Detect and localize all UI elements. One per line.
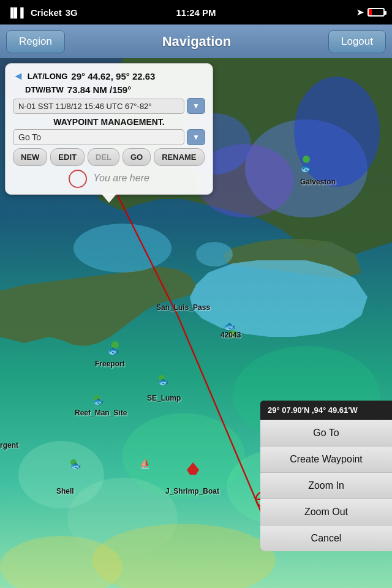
layer-row[interactable]: ▼ xyxy=(13,98,205,114)
fish-icon-se-lump: 🐟 xyxy=(158,377,168,386)
new-button[interactable]: NEW xyxy=(13,148,47,166)
status-left: ▐▌▌ Cricket 3G xyxy=(7,7,78,18)
header: Region Navigation Logout xyxy=(0,24,392,58)
action-buttons: NEW EDIT DEL GO RENAME xyxy=(13,148,205,166)
boat-icon-shrimp: ⛵ xyxy=(140,459,150,469)
signal-bars: ▐▌▌ xyxy=(7,7,27,18)
fish-icon-reef: 🐟 xyxy=(93,396,104,406)
context-zoom-in-button[interactable]: Zoom In xyxy=(260,473,392,499)
context-goto-button[interactable]: Go To xyxy=(260,420,392,447)
context-create-waypoint-button[interactable]: Create Waypoint xyxy=(260,447,392,473)
edit-button[interactable]: EDIT xyxy=(50,148,85,166)
status-right: ➤ xyxy=(356,7,385,17)
label-reef-man-site: Reef_Man_Site xyxy=(75,409,127,417)
rename-button[interactable]: RENAME xyxy=(154,148,204,166)
status-time: 11:24 PM xyxy=(176,7,216,18)
waypoint-panel: ◄ LAT/LONG 29° 44.62, 95° 22.63 DTW/BTW … xyxy=(5,63,213,195)
status-bar: ▐▌▌ Cricket 3G 11:24 PM ➤ xyxy=(0,0,392,24)
context-menu: 29° 07.90′N ,94° 49.61′W Go To Create Wa… xyxy=(260,401,392,551)
fish-icon-42043: 🐟 xyxy=(224,320,236,332)
fish-icon-shell: 🐟 xyxy=(70,461,81,470)
label-se-lump: SE_Lump xyxy=(147,394,181,402)
layer-dropdown-button[interactable]: ▼ xyxy=(187,98,205,114)
context-coordinates: 29° 07.90′N ,94° 49.61′W xyxy=(260,401,392,420)
fish-icon-galveston: 🐟 xyxy=(300,162,312,174)
waypoint-management-title: WAYPOINT MANAGEMENT. xyxy=(13,117,205,127)
label-42043: 42043 xyxy=(221,331,241,339)
lat-label: LAT/LONG xyxy=(28,72,67,81)
label-shell: Shell xyxy=(56,487,74,496)
lat-long-value: 29° 44.62, 95° 22.63 xyxy=(71,71,155,81)
dtw-value: 73.84 NM /159° xyxy=(67,85,131,95)
del-button[interactable]: DEL xyxy=(88,148,119,166)
label-san-luis-pass: San_Luis_Pass xyxy=(156,303,210,312)
goto-dropdown-button[interactable]: ▼ xyxy=(187,129,205,145)
coord-row: ◄ LAT/LONG 29° 44.62, 95° 22.63 xyxy=(13,70,205,83)
map-container[interactable]: ⊕ Galveston San_Luis_Pass 42043 Freeport… xyxy=(0,58,392,588)
label-urgent: rgent xyxy=(0,441,18,450)
panel-arrow xyxy=(102,194,116,203)
dtw-label: DTW/BTW xyxy=(25,85,64,94)
context-zoom-out-button[interactable]: Zoom Out xyxy=(260,499,392,526)
nav-arrow-icon: ◄ xyxy=(13,70,24,83)
goto-input[interactable] xyxy=(13,129,184,145)
svg-point-2 xyxy=(74,224,172,273)
label-galveston: Galveston xyxy=(300,178,336,186)
network-type: 3G xyxy=(66,7,78,18)
svg-point-3 xyxy=(196,242,233,266)
dtw-row: DTW/BTW 73.84 NM /159° xyxy=(13,85,205,95)
battery-icon xyxy=(368,8,385,17)
fish-icon-freeport: 🐟 xyxy=(107,345,119,356)
label-freeport: Freeport xyxy=(95,360,125,368)
page-title: Navigation xyxy=(162,34,231,50)
region-button[interactable]: Region xyxy=(6,30,65,53)
logout-button[interactable]: Logout xyxy=(328,30,386,53)
go-button[interactable]: GO xyxy=(123,148,151,166)
location-icon: ➤ xyxy=(356,7,364,17)
you-are-here: You are here xyxy=(13,170,205,188)
carrier-name: Cricket xyxy=(31,7,62,18)
label-j-shrimp-boat: J_Shrimp_Boat xyxy=(165,487,219,496)
context-cancel-button[interactable]: Cancel xyxy=(260,526,392,551)
svg-point-12 xyxy=(18,441,104,508)
layer-select-input[interactable] xyxy=(13,99,184,114)
goto-row[interactable]: ▼ xyxy=(13,129,205,145)
